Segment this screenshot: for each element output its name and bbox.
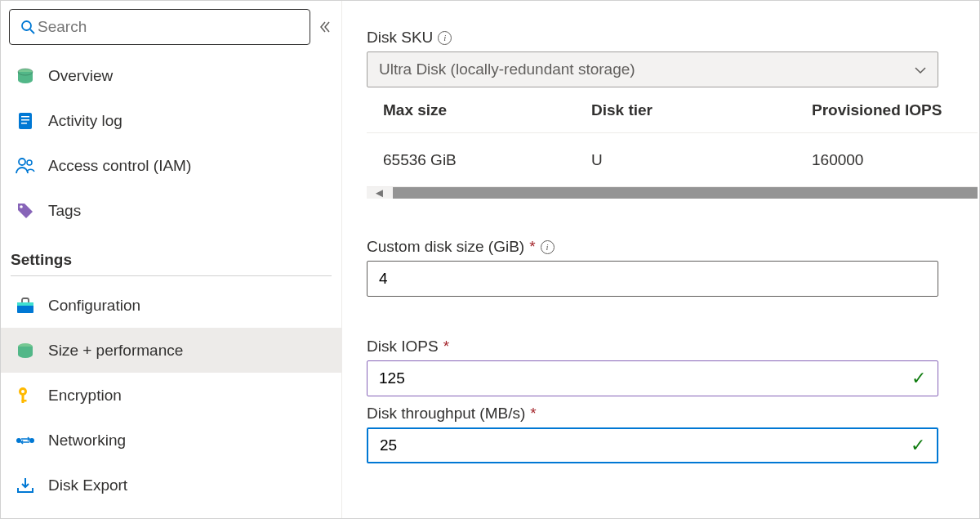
sidebar-item-label: Activity log bbox=[48, 112, 122, 130]
sidebar-item-label: Size + performance bbox=[48, 342, 183, 360]
svg-point-0 bbox=[22, 21, 31, 30]
sidebar-item-overview[interactable]: Overview bbox=[1, 53, 341, 98]
sidebar-item-label: Tags bbox=[48, 202, 81, 220]
label-text: Disk throughput (MB/s) bbox=[367, 405, 525, 423]
svg-rect-12 bbox=[17, 302, 33, 306]
svg-rect-7 bbox=[21, 123, 27, 124]
col-max-size: Max size bbox=[383, 101, 591, 119]
cell-disk-tier: U bbox=[591, 151, 812, 169]
required-asterisk: * bbox=[530, 405, 536, 423]
toolbox-icon bbox=[16, 296, 35, 315]
collapse-sidebar-button[interactable] bbox=[315, 17, 335, 37]
dropdown-value: Ultra Disk (locally-redundant storage) bbox=[379, 60, 635, 78]
info-icon[interactable]: i bbox=[541, 240, 555, 254]
sku-table: Max size Disk tier Provisioned IOPS 6553… bbox=[367, 87, 978, 187]
disk-iops-input[interactable] bbox=[379, 369, 911, 387]
sidebar-item-label: Disk Export bbox=[48, 476, 127, 494]
sidebar-item-label: Access control (IAM) bbox=[48, 157, 191, 175]
sidebar-item-iam[interactable]: Access control (IAM) bbox=[1, 143, 341, 188]
key-icon bbox=[16, 386, 35, 405]
svg-rect-6 bbox=[21, 119, 29, 121]
disk-iops-label: Disk IOPS * bbox=[367, 338, 975, 356]
svg-line-1 bbox=[30, 29, 34, 34]
disk-icon bbox=[16, 341, 35, 360]
divider bbox=[11, 275, 332, 276]
cell-iops: 160000 bbox=[812, 151, 961, 169]
check-icon: ✓ bbox=[911, 435, 925, 456]
svg-rect-4 bbox=[19, 113, 32, 129]
disk-throughput-input[interactable] bbox=[380, 436, 911, 454]
required-asterisk: * bbox=[443, 338, 449, 356]
sidebar-item-size-performance[interactable]: Size + performance bbox=[1, 328, 341, 373]
disk-icon bbox=[16, 66, 35, 86]
sidebar-item-networking[interactable]: Networking bbox=[1, 418, 341, 463]
svg-rect-5 bbox=[21, 116, 29, 118]
sidebar-item-label: Configuration bbox=[48, 297, 140, 315]
people-icon bbox=[16, 156, 35, 176]
label-text: Disk IOPS bbox=[367, 338, 439, 356]
label-text: Disk SKU bbox=[367, 29, 433, 47]
tag-icon bbox=[16, 201, 35, 221]
network-icon bbox=[16, 431, 35, 450]
main-panel: Disk SKU i Ultra Disk (locally-redundant… bbox=[342, 1, 979, 518]
search-icon bbox=[18, 17, 38, 37]
svg-point-10 bbox=[20, 205, 23, 208]
export-icon bbox=[16, 476, 35, 495]
required-asterisk: * bbox=[529, 238, 535, 256]
sidebar-item-activity-log[interactable]: Activity log bbox=[1, 98, 341, 143]
cell-max-size: 65536 GiB bbox=[383, 151, 591, 169]
table-header-row: Max size Disk tier Provisioned IOPS bbox=[367, 87, 978, 133]
sidebar-item-configuration[interactable]: Configuration bbox=[1, 283, 341, 328]
svg-point-8 bbox=[19, 159, 25, 165]
scroll-left-arrow[interactable]: ◄ bbox=[373, 186, 385, 199]
label-text: Custom disk size (GiB) bbox=[367, 238, 524, 256]
sidebar-item-disk-export[interactable]: Disk Export bbox=[1, 463, 341, 508]
disk-iops-field[interactable]: ✓ bbox=[367, 360, 938, 396]
sidebar-item-tags[interactable]: Tags bbox=[1, 188, 341, 233]
col-disk-tier: Disk tier bbox=[591, 101, 812, 119]
sidebar: Overview Activity log Access control (IA… bbox=[1, 1, 342, 518]
disk-throughput-field[interactable]: ✓ bbox=[367, 427, 938, 463]
custom-disk-size-input[interactable] bbox=[367, 261, 938, 297]
sidebar-item-label: Overview bbox=[48, 67, 113, 85]
disk-throughput-label: Disk throughput (MB/s) * bbox=[367, 405, 975, 423]
horizontal-scrollbar[interactable]: ◄ bbox=[367, 187, 978, 199]
search-row bbox=[1, 9, 341, 53]
sidebar-item-encryption[interactable]: Encryption bbox=[1, 373, 341, 418]
svg-point-15 bbox=[21, 390, 24, 393]
search-box[interactable] bbox=[9, 9, 310, 45]
disk-sku-dropdown[interactable]: Ultra Disk (locally-redundant storage) bbox=[367, 51, 938, 87]
col-provisioned-iops: Provisioned IOPS bbox=[812, 101, 961, 119]
svg-point-9 bbox=[27, 160, 32, 165]
check-icon: ✓ bbox=[911, 368, 926, 389]
sidebar-item-label: Networking bbox=[48, 432, 126, 450]
table-row[interactable]: 65536 GiB U 160000 bbox=[367, 133, 978, 187]
disk-sku-label: Disk SKU i bbox=[367, 29, 975, 47]
info-icon[interactable]: i bbox=[438, 31, 452, 45]
chevron-down-icon bbox=[915, 60, 926, 78]
sidebar-item-label: Encryption bbox=[48, 387, 122, 405]
svg-rect-17 bbox=[22, 400, 27, 402]
search-input[interactable] bbox=[38, 18, 301, 36]
custom-disk-size-label: Custom disk size (GiB) * i bbox=[367, 238, 975, 256]
settings-header: Settings bbox=[1, 233, 341, 275]
log-icon bbox=[16, 111, 35, 131]
scroll-thumb[interactable] bbox=[393, 187, 978, 199]
